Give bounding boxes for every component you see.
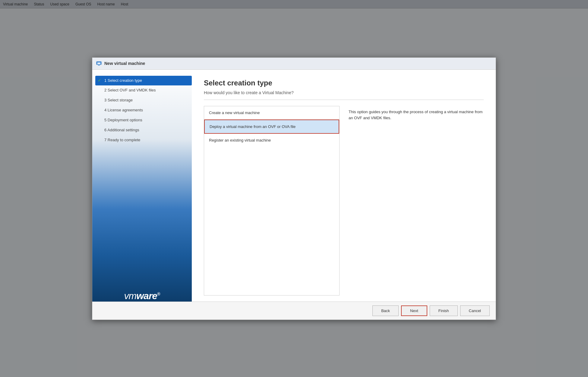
sidebar-step-2[interactable]: 2 Select OVF and VMDK files bbox=[95, 85, 192, 95]
sidebar-step-7[interactable]: 7 Ready to complete bbox=[95, 135, 192, 145]
cancel-button[interactable]: Cancel bbox=[460, 305, 490, 316]
sidebar-step-4[interactable]: 4 License agreements bbox=[95, 105, 192, 115]
step-7-label: Ready to complete bbox=[108, 138, 140, 142]
finish-button[interactable]: Finish bbox=[430, 305, 458, 316]
step-2-number: 2 bbox=[104, 88, 108, 92]
content-divider bbox=[204, 100, 484, 100]
vm-icon bbox=[96, 60, 102, 66]
step-3-label: Select storage bbox=[108, 98, 133, 102]
step-4-label: License agreements bbox=[108, 108, 143, 112]
step-4-number: 4 bbox=[104, 108, 108, 112]
svg-rect-1 bbox=[97, 62, 100, 64]
sidebar: 1 Select creation type 2 Select OVF and … bbox=[92, 70, 192, 302]
description-panel: This option guides you through the proce… bbox=[349, 106, 484, 296]
sidebar-step-6[interactable]: 6 Additional settings bbox=[95, 125, 192, 135]
description-text: This option guides you through the proce… bbox=[349, 110, 482, 120]
sidebar-step-5[interactable]: 5 Deployment options bbox=[95, 115, 192, 125]
modal-title: New virtual machine bbox=[104, 61, 145, 66]
step-1-label: Select creation type bbox=[108, 78, 142, 83]
page-title: Select creation type bbox=[204, 79, 484, 87]
svg-rect-2 bbox=[98, 65, 100, 65]
option-create-new[interactable]: Create a new virtual machine bbox=[204, 106, 339, 120]
modal-dialog: New virtual machine 1 Select creation ty… bbox=[92, 57, 496, 320]
main-content: Select creation type How would you like … bbox=[192, 70, 496, 302]
step-5-number: 5 bbox=[104, 118, 108, 122]
modal-overlay: New virtual machine 1 Select creation ty… bbox=[0, 0, 588, 377]
step-3-number: 3 bbox=[104, 98, 108, 102]
sidebar-steps: 1 Select creation type 2 Select OVF and … bbox=[92, 76, 192, 145]
content-layout: Create a new virtual machine Deploy a vi… bbox=[204, 106, 484, 296]
option-deploy-ovf[interactable]: Deploy a virtual machine from an OVF or … bbox=[204, 120, 339, 134]
step-7-number: 7 bbox=[104, 138, 108, 142]
next-button[interactable]: Next bbox=[401, 305, 427, 316]
step-6-label: Additional settings bbox=[107, 128, 139, 132]
step-5-label: Deployment options bbox=[108, 118, 142, 122]
options-list: Create a new virtual machine Deploy a vi… bbox=[204, 106, 340, 296]
step-6-number: 6 bbox=[104, 128, 107, 132]
option-register-existing[interactable]: Register an existing virtual machine bbox=[204, 134, 339, 147]
step-2-label: Select OVF and VMDK files bbox=[108, 88, 156, 92]
sidebar-step-3[interactable]: 3 Select storage bbox=[95, 95, 192, 105]
vmware-logo: vmware® bbox=[92, 287, 192, 302]
modal-body: 1 Select creation type 2 Select OVF and … bbox=[92, 70, 496, 302]
vmware-logo-text: vmware® bbox=[124, 290, 160, 302]
step-1-number: 1 bbox=[104, 78, 108, 83]
back-button[interactable]: Back bbox=[372, 305, 399, 316]
modal-titlebar: New virtual machine bbox=[92, 58, 496, 70]
sidebar-step-1[interactable]: 1 Select creation type bbox=[95, 76, 192, 86]
page-subtitle: How would you like to create a Virtual M… bbox=[204, 90, 484, 95]
